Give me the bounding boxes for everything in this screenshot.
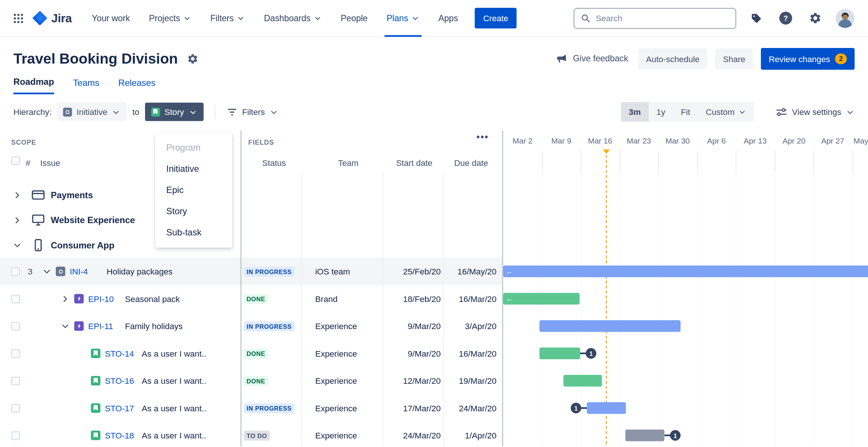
row-checkbox[interactable] <box>11 294 20 303</box>
dependency-count-badge[interactable]: 1 <box>586 348 597 359</box>
status-cell[interactable]: DONE <box>241 340 301 367</box>
team-cell[interactable]: Experience <box>301 395 383 422</box>
timeline-bar-epi-11[interactable] <box>540 320 681 332</box>
scope-cell[interactable]: STO-16 As a user I want.. <box>0 367 241 395</box>
nav-item-filters[interactable]: Filters <box>210 0 245 36</box>
view-settings-dropdown[interactable]: View settings <box>775 106 855 118</box>
start-date-cell[interactable]: 9/Mar/20 <box>383 340 444 367</box>
dependency-count-badge[interactable]: 1 <box>571 403 582 414</box>
issue-key-link[interactable]: STO-16 <box>105 376 135 386</box>
issue-key-link[interactable]: EPI-11 <box>88 321 118 331</box>
issue-summary[interactable]: As a user I want.. <box>142 376 206 386</box>
start-date-cell[interactable]: 18/Feb/20 <box>383 285 444 313</box>
help-icon[interactable]: ? <box>777 9 795 28</box>
nav-item-dashboards[interactable]: Dashboards <box>264 0 322 36</box>
due-date-cell[interactable]: 16/Mar/20 <box>444 285 504 313</box>
filters-dropdown[interactable]: Filters <box>226 106 278 118</box>
scope-cell[interactable]: STO-18 As a user I want.. <box>0 422 241 446</box>
team-cell[interactable]: Experience <box>301 340 383 367</box>
nav-item-apps[interactable]: Apps <box>438 0 458 36</box>
due-date-cell[interactable]: 1/Apr/20 <box>444 422 504 446</box>
plan-settings-gear-icon[interactable] <box>184 51 201 67</box>
fields-more-button[interactable]: ••• <box>476 132 489 143</box>
menu-item-subtask[interactable]: Sub-task <box>155 222 233 243</box>
zoom-3m-button[interactable]: 3m <box>621 102 649 122</box>
search-input[interactable] <box>596 13 730 23</box>
settings-gear-icon[interactable] <box>807 10 824 27</box>
row-checkbox[interactable] <box>11 403 20 412</box>
create-button[interactable]: Create <box>475 8 517 29</box>
issue-key-link[interactable]: STO-17 <box>105 403 135 413</box>
user-avatar[interactable] <box>836 9 855 28</box>
hierarchy-to-dropdown[interactable]: Story <box>145 103 204 121</box>
status-cell[interactable]: DONE <box>241 367 301 395</box>
row-checkbox[interactable] <box>11 267 20 276</box>
jira-logo[interactable]: Jira <box>32 11 72 26</box>
issue-summary[interactable]: As a user I want.. <box>142 431 206 440</box>
status-cell[interactable]: IN PROGRESS <box>241 395 301 422</box>
due-date-cell[interactable]: 3/Apr/20 <box>444 312 504 340</box>
select-all-checkbox[interactable] <box>11 156 20 165</box>
row-checkbox[interactable] <box>11 431 20 440</box>
due-date-cell[interactable]: 16/May/20 <box>444 258 504 285</box>
chevron-down-icon[interactable] <box>41 266 52 276</box>
nav-item-plans[interactable]: Plans <box>386 0 419 36</box>
menu-item-initiative[interactable]: Initiative <box>155 158 233 180</box>
team-cell[interactable]: iOS team <box>301 258 383 285</box>
timeline-bar-epi-10[interactable]: ← <box>503 293 580 305</box>
start-date-cell[interactable]: 25/Feb/20 <box>383 258 444 285</box>
team-cell[interactable]: Experience <box>301 367 383 395</box>
nav-item-projects[interactable]: Projects <box>149 0 191 36</box>
chevron-right-icon[interactable] <box>12 215 22 225</box>
issue-key-link[interactable]: STO-14 <box>105 349 135 358</box>
issue-summary[interactable]: As a user I want.. <box>142 349 206 358</box>
row-checkbox[interactable] <box>11 349 20 358</box>
zoom-fit-button[interactable]: Fit <box>673 102 698 122</box>
team-cell[interactable]: Brand <box>301 285 383 313</box>
timeline-bar-sto-17[interactable] <box>587 402 626 414</box>
chevron-down-icon[interactable] <box>12 240 22 250</box>
row-checkbox[interactable] <box>11 376 20 385</box>
zoom-1y-button[interactable]: 1y <box>649 102 673 122</box>
status-cell[interactable]: DONE <box>241 285 301 313</box>
zoom-custom-dropdown[interactable]: Custom <box>698 102 754 122</box>
menu-item-epic[interactable]: Epic <box>155 180 233 201</box>
row-checkbox[interactable] <box>11 322 20 331</box>
status-cell[interactable]: IN PROGRESS <box>241 258 301 285</box>
issue-summary[interactable]: As a user I want.. <box>142 403 206 413</box>
issue-summary[interactable]: Holiday packages <box>107 267 173 276</box>
scope-cell[interactable]: STO-17 As a user I want.. <box>0 395 241 422</box>
auto-schedule-button[interactable]: Auto-schedule <box>638 48 707 69</box>
timeline-bar-sto-14[interactable] <box>540 348 581 360</box>
team-cell[interactable]: Experience <box>301 422 383 446</box>
due-date-cell[interactable]: 16/Mar/20 <box>444 340 504 367</box>
issue-key-link[interactable]: EPI-10 <box>88 294 118 304</box>
start-date-cell[interactable]: 9/Mar/20 <box>383 312 444 340</box>
timeline-bar-sto-16[interactable] <box>563 375 602 387</box>
timeline-bar-ini-4[interactable]: ← <box>503 266 868 277</box>
hierarchy-from-dropdown[interactable]: Initiative <box>57 103 127 121</box>
issue-summary[interactable]: Family holidays <box>125 321 183 331</box>
tab-roadmap[interactable]: Roadmap <box>13 77 54 94</box>
start-date-cell[interactable]: 12/Mar/20 <box>383 367 444 395</box>
issue-summary[interactable]: Seasonal pack <box>125 294 180 304</box>
start-date-cell[interactable]: 17/Mar/20 <box>383 395 444 422</box>
scope-cell[interactable]: STO-14 As a user I want.. <box>0 340 241 367</box>
issue-key-link[interactable]: STO-18 <box>105 431 135 440</box>
scope-cell[interactable]: EPI-11 Family holidays <box>0 312 241 340</box>
scope-cell[interactable]: 3 INI-4 Holiday packages <box>0 258 241 285</box>
tag-icon[interactable] <box>748 10 765 26</box>
team-cell[interactable]: Experience <box>301 312 383 340</box>
status-cell[interactable]: TO DO <box>241 422 301 446</box>
tab-releases[interactable]: Releases <box>118 77 155 94</box>
nav-item-your-work[interactable]: Your work <box>92 0 130 36</box>
status-cell[interactable]: IN PROGRESS <box>241 312 301 340</box>
chevron-right-icon[interactable] <box>12 190 22 200</box>
give-feedback-button[interactable]: Give feedback <box>556 53 628 65</box>
start-date-cell[interactable]: 24/Mar/20 <box>383 422 444 446</box>
dependency-count-badge[interactable]: 1 <box>670 430 681 441</box>
due-date-cell[interactable]: 19/Mar/20 <box>444 367 504 395</box>
nav-item-people[interactable]: People <box>341 0 367 36</box>
menu-item-story[interactable]: Story <box>155 201 233 222</box>
share-button[interactable]: Share <box>715 48 753 69</box>
